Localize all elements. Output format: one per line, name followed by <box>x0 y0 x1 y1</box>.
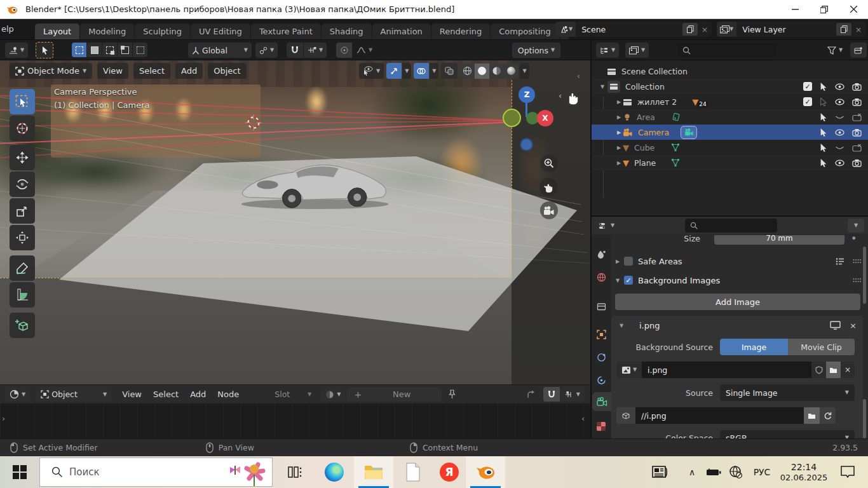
presets-list-icon[interactable] <box>836 257 845 266</box>
properties-editor-type-icon[interactable]: ▼ <box>595 218 618 233</box>
shading-material-icon[interactable] <box>489 64 504 79</box>
source-image-button[interactable]: Image <box>720 339 788 355</box>
tool-measure-icon[interactable] <box>10 282 35 308</box>
properties-scrollbar-bottom[interactable] <box>863 399 866 438</box>
snap-target-dropdown[interactable]: ▼ <box>304 43 327 58</box>
outliner-search-input[interactable] <box>677 43 776 58</box>
shader-editor-type-icon[interactable]: ▼ <box>5 387 30 402</box>
shading-wireframe-icon[interactable] <box>460 64 475 79</box>
outliner-row-scene-collection[interactable]: Scene Collection <box>591 64 868 79</box>
explorer-taskbar-icon[interactable] <box>354 456 393 488</box>
outliner-row-camera[interactable]: ▶ Camera <box>591 125 868 140</box>
battery-icon[interactable] <box>703 456 724 488</box>
sidebar-collapse-arrow[interactable]: ‹ <box>559 91 562 100</box>
gizmo-axis-z-negative[interactable] <box>520 138 533 151</box>
outliner-item-label[interactable]: Cube <box>634 143 654 152</box>
selectable-pointer-icon-dim[interactable] <box>820 98 827 106</box>
tab-camera-data-properties[interactable] <box>592 392 611 411</box>
tab-texture-paint[interactable]: Texture Paint <box>251 24 321 39</box>
zoom-view-icon[interactable] <box>540 154 558 172</box>
tab-compositing[interactable]: Compositing <box>491 24 559 39</box>
outliner-display-mode-icon[interactable]: ▼ <box>625 43 649 58</box>
outliner-row-plane[interactable]: ▶ ▼ Plane <box>591 155 868 170</box>
shading-solid-icon[interactable] <box>475 64 489 79</box>
outliner-row-jillet[interactable]: ▶ жиллет 2 ▼ 24 ✓ <box>591 94 868 109</box>
outliner-item-label-active[interactable]: Camera <box>638 128 669 137</box>
pivot-point-dropdown[interactable]: ▼ <box>255 43 278 58</box>
mode-dropdown[interactable]: Object Mode▼ <box>10 63 92 79</box>
proportional-falloff-dropdown[interactable]: ▼ <box>353 43 376 58</box>
shader-menu-view[interactable]: View <box>116 390 147 399</box>
unlink-image-icon[interactable]: × <box>841 362 855 378</box>
gizmo-axis-x[interactable]: X <box>537 110 553 126</box>
tab-modeling[interactable]: Modeling <box>80 24 134 39</box>
view-layer-name[interactable]: View Layer <box>736 25 836 34</box>
start-button[interactable] <box>0 456 39 488</box>
properties-options-dropdown[interactable]: ▼ <box>848 219 864 233</box>
source-dropdown[interactable]: Single Image▼ <box>720 384 855 401</box>
tool-transform-icon[interactable] <box>10 225 35 250</box>
render-camera-icon[interactable] <box>852 159 862 167</box>
blender-taskbar-icon[interactable] <box>466 456 505 488</box>
outliner-editor-type-icon[interactable]: ▼ <box>596 43 619 58</box>
menu-add[interactable]: Add <box>175 63 203 79</box>
tab-sculpting[interactable]: Sculpting <box>135 24 190 39</box>
shading-rendered-icon[interactable] <box>504 64 519 79</box>
action-center-icon[interactable] <box>834 456 862 488</box>
shader-node-canvas[interactable]: › ‹ <box>0 403 591 438</box>
material-browse-icon[interactable]: ▼ <box>321 387 345 402</box>
hide-eye-open-icon[interactable] <box>835 159 844 166</box>
options-dropdown[interactable]: Options▼ <box>512 43 560 58</box>
taskbar-search-box[interactable]: Поиск <box>39 458 273 487</box>
pin-icon[interactable] <box>448 390 456 399</box>
filepath-box-icon[interactable] <box>616 407 635 424</box>
selectable-pointer-icon[interactable] <box>820 128 827 137</box>
tray-chevron-icon[interactable]: ∧ <box>681 456 703 488</box>
tool-scale-icon[interactable] <box>10 198 35 224</box>
properties-scrollbar-top[interactable] <box>863 247 866 304</box>
hide-eye-open-icon[interactable] <box>835 129 844 136</box>
select-mode-extend-icon[interactable] <box>87 43 102 57</box>
outliner-row-cube[interactable]: ▶ ▼ Cube <box>591 140 868 155</box>
drag-grip-icon[interactable] <box>853 259 862 264</box>
slot-dropdown[interactable]: Slot▼ <box>270 387 316 402</box>
expand-icon[interactable]: ▶ <box>615 145 623 151</box>
tab-world-properties[interactable] <box>591 268 611 287</box>
tab-physics-properties[interactable] <box>591 348 611 367</box>
render-camera-disabled-icon[interactable] <box>852 144 862 152</box>
editor-divider-horizontal[interactable] <box>591 215 868 217</box>
minimize-button[interactable] <box>780 0 810 18</box>
render-camera-icon[interactable] <box>852 98 862 106</box>
restore-button[interactable] <box>810 0 839 18</box>
tab-uv-editing[interactable]: UV Editing <box>191 24 250 39</box>
transform-orientation-dropdown[interactable]: Global▼ <box>188 43 252 58</box>
drag-grip-icon[interactable] <box>853 278 862 283</box>
select-mode-invert-icon[interactable] <box>118 43 132 57</box>
source-movie-clip-button[interactable]: Movie Clip <box>788 339 855 355</box>
parent-node-back-icon[interactable] <box>522 387 539 402</box>
collection-checkbox-checked[interactable]: ✓ <box>803 82 812 91</box>
remove-view-layer-icon[interactable]: × <box>851 25 865 34</box>
region-arrow[interactable]: ‹ <box>577 72 580 81</box>
close-button[interactable] <box>839 0 868 18</box>
select-mode-new-icon[interactable] <box>72 43 86 57</box>
editor-divider-vertical[interactable] <box>590 39 592 438</box>
display-in-viewport-monitor-icon[interactable] <box>830 321 841 330</box>
hide-eye-closed-icon[interactable] <box>835 114 844 121</box>
new-scene-icon[interactable] <box>682 23 698 36</box>
add-image-button[interactable]: Add Image <box>615 294 860 310</box>
overlays-dropdown[interactable]: ▼ <box>430 63 438 79</box>
tool-annotate-icon[interactable] <box>10 255 35 281</box>
tool-cursor-icon[interactable] <box>10 116 35 141</box>
menu-help-partial[interactable]: elp <box>1 24 14 34</box>
yandex-taskbar-icon[interactable]: Я <box>433 456 466 488</box>
new-collection-icon[interactable] <box>850 43 867 58</box>
render-camera-icon[interactable] <box>852 128 862 137</box>
overlays-toggle-icon[interactable] <box>414 63 429 79</box>
properties-search-input[interactable] <box>685 219 777 233</box>
background-images-checkbox-checked[interactable]: ✓ <box>624 276 633 285</box>
gizmo-axis-y-negative[interactable] <box>503 109 521 127</box>
tab-constraints-properties[interactable] <box>591 370 611 390</box>
image-name-field[interactable]: i.png <box>642 362 811 378</box>
tool-add-cube-icon[interactable] <box>10 313 35 338</box>
